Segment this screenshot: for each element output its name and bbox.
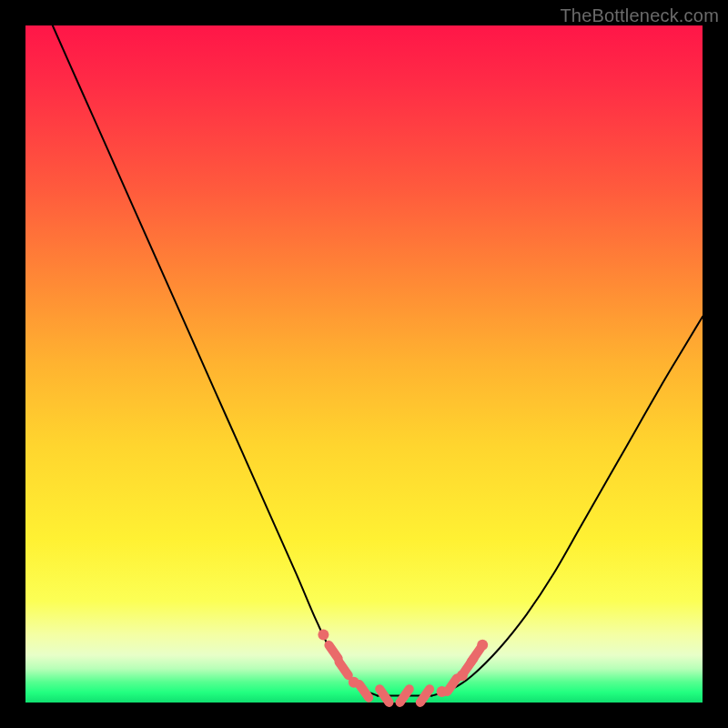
marker-dash	[420, 689, 430, 703]
marker-dash	[339, 662, 349, 675]
gradient-plot-area	[25, 25, 703, 703]
marker-dot	[477, 640, 488, 651]
marker-dash	[471, 649, 480, 662]
marker-dash	[329, 645, 338, 659]
marker-dash	[379, 689, 389, 703]
marker-dash	[448, 678, 457, 692]
curve-right-curve	[431, 317, 703, 696]
marker-dot	[318, 630, 329, 641]
marker-dash	[400, 689, 410, 703]
chart-frame: TheBottleneck.com	[0, 0, 728, 728]
curve-left-curve	[53, 25, 378, 696]
marker-dash	[359, 684, 369, 698]
watermark-text: TheBottleneck.com	[560, 5, 719, 26]
curve-layer	[25, 25, 703, 703]
